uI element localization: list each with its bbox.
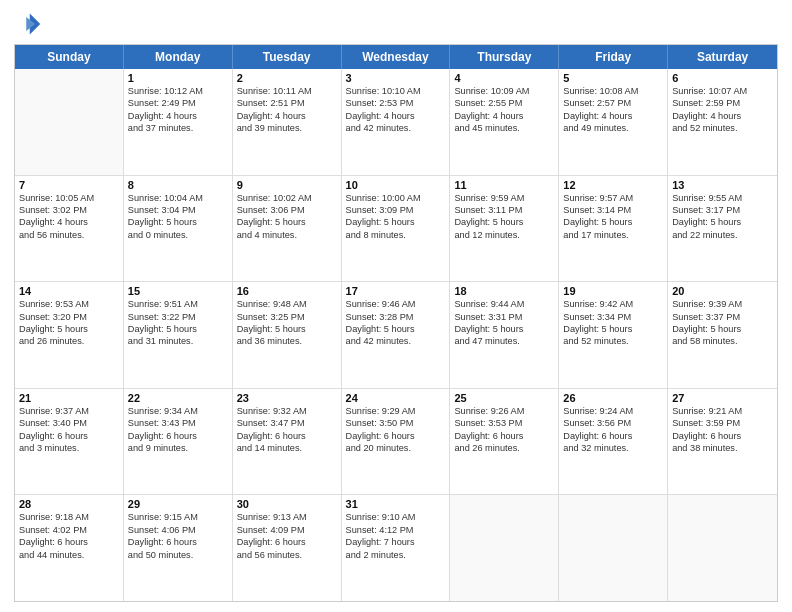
cell-info-line: and 36 minutes. [237,335,337,347]
calendar-week-1: 1Sunrise: 10:12 AMSunset: 2:49 PMDayligh… [15,69,777,176]
cal-day-1: 1Sunrise: 10:12 AMSunset: 2:49 PMDayligh… [124,69,233,175]
cell-info-line: Sunrise: 9:29 AM [346,405,446,417]
cell-info-line: Daylight: 5 hours [237,216,337,228]
day-number: 7 [19,179,119,191]
cell-info-line: Sunrise: 9:34 AM [128,405,228,417]
cell-info-line: and 38 minutes. [672,442,773,454]
cell-info-line: Daylight: 5 hours [19,323,119,335]
cell-info-line: and 45 minutes. [454,122,554,134]
cal-day-empty [559,495,668,601]
cell-info-line: Daylight: 5 hours [346,323,446,335]
day-number: 6 [672,72,773,84]
cell-info-line: Daylight: 5 hours [454,216,554,228]
cell-info-line: Sunrise: 10:11 AM [237,85,337,97]
cell-info-line: and 26 minutes. [19,335,119,347]
cell-info-line: Sunset: 4:12 PM [346,524,446,536]
cell-info-line: Daylight: 5 hours [128,323,228,335]
cell-info-line: and 8 minutes. [346,229,446,241]
cell-info-line: and 42 minutes. [346,122,446,134]
cal-day-5: 5Sunrise: 10:08 AMSunset: 2:57 PMDayligh… [559,69,668,175]
calendar: SundayMondayTuesdayWednesdayThursdayFrid… [14,44,778,602]
calendar-week-4: 21Sunrise: 9:37 AMSunset: 3:40 PMDayligh… [15,389,777,496]
cell-info-line: Sunset: 2:51 PM [237,97,337,109]
day-number: 14 [19,285,119,297]
logo-icon [14,10,42,38]
cal-day-12: 12Sunrise: 9:57 AMSunset: 3:14 PMDayligh… [559,176,668,282]
cell-info-line: and 22 minutes. [672,229,773,241]
header-day-friday: Friday [559,45,668,69]
cell-info-line: Sunrise: 10:10 AM [346,85,446,97]
header-day-monday: Monday [124,45,233,69]
cell-info-line: and 26 minutes. [454,442,554,454]
cell-info-line: Daylight: 7 hours [346,536,446,548]
cell-info-line: Sunrise: 9:42 AM [563,298,663,310]
day-number: 24 [346,392,446,404]
cell-info-line: Sunset: 3:56 PM [563,417,663,429]
day-number: 21 [19,392,119,404]
cell-info-line: Daylight: 6 hours [19,430,119,442]
day-number: 18 [454,285,554,297]
day-number: 2 [237,72,337,84]
cell-info-line: Sunset: 3:14 PM [563,204,663,216]
cell-info-line: Sunset: 4:06 PM [128,524,228,536]
cell-info-line: and 32 minutes. [563,442,663,454]
cal-day-15: 15Sunrise: 9:51 AMSunset: 3:22 PMDayligh… [124,282,233,388]
cell-info-line: Sunrise: 9:57 AM [563,192,663,204]
cell-info-line: Sunrise: 9:59 AM [454,192,554,204]
cell-info-line: Daylight: 4 hours [454,110,554,122]
day-number: 25 [454,392,554,404]
cell-info-line: Sunset: 3:04 PM [128,204,228,216]
calendar-header-row: SundayMondayTuesdayWednesdayThursdayFrid… [15,45,777,69]
cell-info-line: Sunset: 3:31 PM [454,311,554,323]
cell-info-line: Daylight: 4 hours [672,110,773,122]
cal-day-8: 8Sunrise: 10:04 AMSunset: 3:04 PMDayligh… [124,176,233,282]
cal-day-31: 31Sunrise: 9:10 AMSunset: 4:12 PMDayligh… [342,495,451,601]
day-number: 12 [563,179,663,191]
calendar-week-5: 28Sunrise: 9:18 AMSunset: 4:02 PMDayligh… [15,495,777,601]
calendar-week-3: 14Sunrise: 9:53 AMSunset: 3:20 PMDayligh… [15,282,777,389]
cell-info-line: Sunrise: 9:10 AM [346,511,446,523]
cell-info-line: Daylight: 4 hours [237,110,337,122]
cell-info-line: Sunset: 3:09 PM [346,204,446,216]
header [14,10,778,38]
logo [14,10,44,38]
cell-info-line: and 31 minutes. [128,335,228,347]
day-number: 13 [672,179,773,191]
cell-info-line: and 52 minutes. [672,122,773,134]
cell-info-line: Sunrise: 9:24 AM [563,405,663,417]
header-day-sunday: Sunday [15,45,124,69]
cal-day-16: 16Sunrise: 9:48 AMSunset: 3:25 PMDayligh… [233,282,342,388]
cal-day-empty [668,495,777,601]
day-number: 4 [454,72,554,84]
cell-info-line: Daylight: 5 hours [346,216,446,228]
cell-info-line: Sunrise: 9:21 AM [672,405,773,417]
cell-info-line: and 50 minutes. [128,549,228,561]
cell-info-line: and 17 minutes. [563,229,663,241]
cell-info-line: Daylight: 5 hours [563,216,663,228]
cell-info-line: Sunrise: 9:51 AM [128,298,228,310]
cal-day-27: 27Sunrise: 9:21 AMSunset: 3:59 PMDayligh… [668,389,777,495]
cell-info-line: and 0 minutes. [128,229,228,241]
cal-day-28: 28Sunrise: 9:18 AMSunset: 4:02 PMDayligh… [15,495,124,601]
cal-day-30: 30Sunrise: 9:13 AMSunset: 4:09 PMDayligh… [233,495,342,601]
cal-day-10: 10Sunrise: 10:00 AMSunset: 3:09 PMDaylig… [342,176,451,282]
cal-day-24: 24Sunrise: 9:29 AMSunset: 3:50 PMDayligh… [342,389,451,495]
day-number: 5 [563,72,663,84]
cal-day-18: 18Sunrise: 9:44 AMSunset: 3:31 PMDayligh… [450,282,559,388]
cell-info-line: Sunset: 4:02 PM [19,524,119,536]
cell-info-line: and 47 minutes. [454,335,554,347]
cell-info-line: Sunset: 3:02 PM [19,204,119,216]
page: SundayMondayTuesdayWednesdayThursdayFrid… [0,0,792,612]
cal-day-9: 9Sunrise: 10:02 AMSunset: 3:06 PMDayligh… [233,176,342,282]
cell-info-line: Sunrise: 10:05 AM [19,192,119,204]
cell-info-line: Sunrise: 10:08 AM [563,85,663,97]
cell-info-line: Sunrise: 9:37 AM [19,405,119,417]
cell-info-line: Daylight: 6 hours [128,430,228,442]
day-number: 10 [346,179,446,191]
cell-info-line: Daylight: 5 hours [128,216,228,228]
cell-info-line: Sunrise: 9:48 AM [237,298,337,310]
day-number: 27 [672,392,773,404]
cell-info-line: Daylight: 5 hours [563,323,663,335]
cell-info-line: and 20 minutes. [346,442,446,454]
day-number: 9 [237,179,337,191]
